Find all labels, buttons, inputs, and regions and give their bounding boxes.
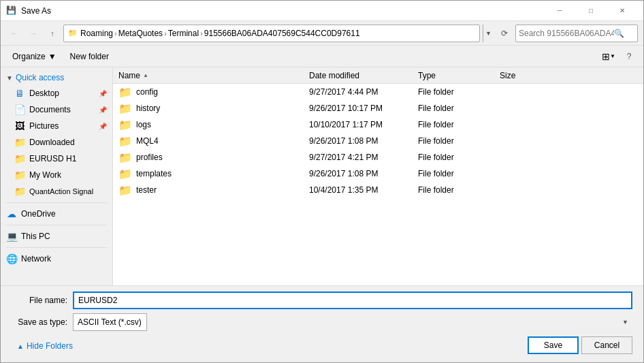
col-header-date[interactable]: Date modified: [309, 71, 418, 80]
sidebar-item-onedrive[interactable]: ☁ OneDrive: [1, 206, 112, 222]
this-pc-icon: 💻: [6, 231, 17, 242]
view-button[interactable]: ⊞ ▼: [600, 48, 617, 65]
breadcrumb-folder-icon: 📁: [68, 29, 78, 37]
savetype-select[interactable]: ASCII Text (*.csv): [73, 313, 147, 331]
file-date-cell: 9/26/2017 1:08 PM: [309, 169, 418, 178]
back-button[interactable]: ←: [6, 25, 22, 42]
sidebar-item-downloaded[interactable]: 📁 Downloaded: [1, 134, 112, 151]
col-header-type[interactable]: Type: [418, 71, 500, 80]
main-content: ▼ Quick access 🖥 Desktop 📌 📄 Documents 📌…: [1, 67, 643, 285]
bottom-section: File name: Save as type: ASCII Text (*.c…: [1, 285, 643, 362]
organize-arrow-icon: ▼: [48, 52, 57, 61]
col-size-label: Size: [500, 71, 515, 80]
sidebar-item-my-work-label: My Work: [29, 170, 61, 180]
file-name-cell: 📁 MQL4: [118, 135, 309, 148]
window-icon: 💾: [6, 5, 17, 16]
table-row[interactable]: 📁 tester 10/4/2017 1:35 PM File folder: [113, 182, 643, 198]
folder-icon: 📁: [118, 119, 129, 131]
hide-folders-label: Hide Folders: [27, 341, 73, 351]
file-name-cell: 📁 profiles: [118, 151, 309, 164]
sidebar-item-documents[interactable]: 📄 Documents 📌: [1, 101, 112, 118]
up-button[interactable]: ↑: [44, 25, 61, 42]
new-folder-button[interactable]: New folder: [64, 48, 115, 65]
maximize-button[interactable]: □: [575, 1, 607, 21]
table-row[interactable]: 📁 history 9/26/2017 10:17 PM File folder: [113, 100, 643, 116]
sidebar-item-my-work[interactable]: 📁 My Work: [1, 167, 112, 183]
file-name-cell: 📁 templates: [118, 168, 309, 180]
save-as-dialog: 💾 Save As ─ □ ✕ ← → ↑ 📁 Roaming › MetaQu…: [0, 0, 644, 363]
sidebar-item-desktop[interactable]: 🖥 Desktop 📌: [1, 85, 112, 101]
file-date-cell: 10/10/2017 1:17 PM: [309, 120, 418, 129]
file-date-cell: 9/27/2017 4:21 PM: [309, 153, 418, 162]
col-name-label: Name: [118, 71, 140, 80]
file-name-text: templates: [136, 169, 309, 178]
new-folder-label: New folder: [70, 52, 109, 61]
organize-button[interactable]: Organize ▼: [6, 48, 63, 65]
sidebar-item-network[interactable]: 🌐 Network: [1, 251, 112, 267]
sidebar-item-downloaded-label: Downloaded: [29, 138, 75, 147]
sidebar-divider-1: [6, 202, 107, 203]
sidebar-item-desktop-label: Desktop: [29, 89, 59, 98]
view-dropdown-icon: ▼: [610, 53, 615, 59]
action-buttons: Save Cancel: [528, 336, 632, 357]
secondary-toolbar: Organize ▼ New folder ⊞ ▼ ?: [1, 46, 643, 67]
file-type-cell: File folder: [418, 136, 500, 146]
breadcrumb-sep-2: ›: [164, 29, 167, 37]
sidebar-item-this-pc[interactable]: 💻 This PC: [1, 228, 112, 244]
window-title: Save As: [21, 6, 51, 16]
sidebar-divider-2: [6, 225, 107, 225]
documents-icon: 📄: [14, 104, 25, 115]
network-icon: 🌐: [6, 253, 17, 264]
refresh-button[interactable]: ⟳: [496, 25, 513, 42]
view-icon: ⊞: [602, 51, 610, 62]
forward-button[interactable]: →: [25, 25, 42, 42]
file-date-cell: 9/27/2017 4:44 PM: [309, 87, 418, 97]
cancel-button[interactable]: Cancel: [581, 336, 632, 354]
close-button[interactable]: ✕: [607, 1, 638, 21]
filename-input[interactable]: [73, 291, 632, 309]
quantaction-icon: 📁: [14, 186, 25, 197]
breadcrumb-sep-1: ›: [114, 29, 117, 37]
hide-folders-toggle[interactable]: ▲ Hide Folders: [12, 338, 78, 353]
help-icon: ?: [627, 52, 632, 61]
table-row[interactable]: 📁 templates 9/26/2017 1:08 PM File folde…: [113, 165, 643, 182]
sidebar-item-quantaction[interactable]: 📁 QuantAction Signal: [1, 183, 112, 200]
table-row[interactable]: 📁 logs 10/10/2017 1:17 PM File folder: [113, 116, 643, 133]
file-type-cell: File folder: [418, 120, 500, 129]
sidebar-item-eurusd-h1[interactable]: 📁 EURUSD H1: [1, 151, 112, 167]
file-name-text: logs: [136, 120, 309, 129]
address-bar[interactable]: 📁 Roaming › MetaQuotes › Terminal › 9155…: [63, 25, 480, 42]
col-header-name[interactable]: Name ▲: [118, 71, 309, 80]
breadcrumb-id[interactable]: 915566BA06ADA407569C544CC0D97611: [204, 29, 360, 38]
breadcrumb-metaquotes[interactable]: MetaQuotes: [118, 29, 163, 38]
sidebar-item-pictures[interactable]: 🖼 Pictures 📌: [1, 118, 112, 134]
sidebar-onedrive-label: OneDrive: [21, 209, 56, 219]
file-name-cell: 📁 history: [118, 102, 309, 115]
col-header-size[interactable]: Size: [500, 71, 554, 80]
save-button[interactable]: Save: [528, 336, 579, 354]
sidebar-network-label: Network: [21, 254, 51, 264]
quick-access-collapse-icon: ▼: [6, 74, 13, 82]
breadcrumb-sep-3: ›: [200, 29, 203, 37]
address-dropdown-button[interactable]: ▼: [483, 25, 494, 42]
sidebar-item-eurusd-label: EURUSD H1: [29, 154, 76, 163]
breadcrumb-roaming[interactable]: Roaming: [80, 29, 113, 38]
table-row[interactable]: 📁 config 9/27/2017 4:44 PM File folder: [113, 84, 643, 100]
downloaded-icon: 📁: [14, 137, 25, 148]
table-row[interactable]: 📁 profiles 9/27/2017 4:21 PM File folder: [113, 149, 643, 165]
my-work-icon: 📁: [14, 170, 25, 180]
hide-folders-icon: ▲: [17, 343, 24, 350]
table-row[interactable]: 📁 MQL4 9/26/2017 1:08 PM File folder: [113, 133, 643, 149]
file-name-text: tester: [136, 185, 309, 195]
file-name-text: history: [136, 104, 309, 113]
file-type-cell: File folder: [418, 104, 500, 113]
sidebar-this-pc-label: This PC: [21, 232, 50, 241]
sidebar-item-quantaction-label: QuantAction Signal: [29, 187, 93, 195]
minimize-button[interactable]: ─: [544, 1, 575, 21]
quick-access-header[interactable]: ▼ Quick access: [1, 70, 112, 85]
help-button[interactable]: ?: [620, 48, 638, 65]
breadcrumb-terminal[interactable]: Terminal: [168, 29, 199, 38]
search-input[interactable]: [519, 29, 614, 38]
file-type-cell: File folder: [418, 87, 500, 97]
file-rows-container: 📁 config 9/27/2017 4:44 PM File folder 📁…: [113, 84, 643, 198]
